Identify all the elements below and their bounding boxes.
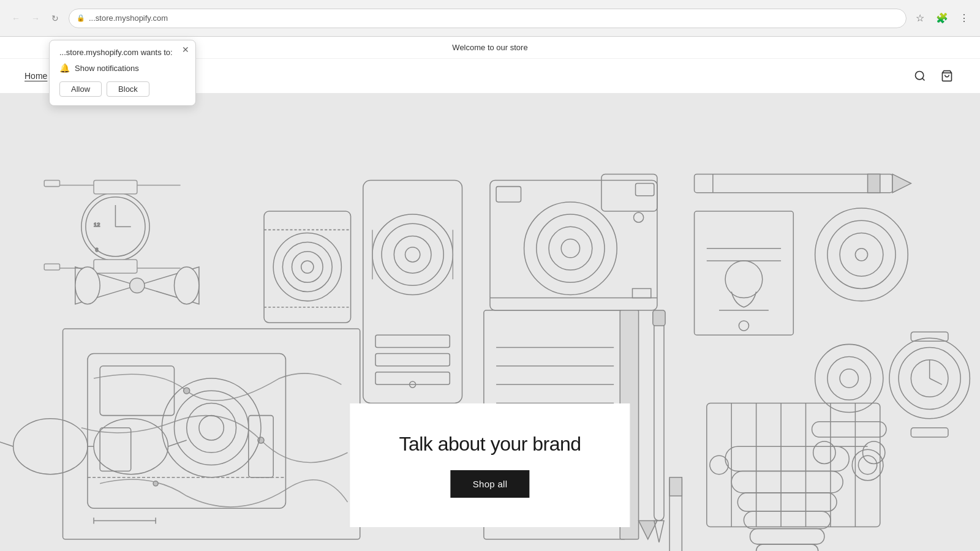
svg-text:12: 12 (94, 222, 100, 228)
browser-actions: ☆ 🧩 ⋮ (911, 10, 973, 27)
svg-point-67 (153, 481, 158, 486)
announcement-text: Welcome to our store (452, 43, 527, 52)
svg-rect-8 (94, 181, 137, 194)
bookmark-button[interactable]: ☆ (911, 10, 929, 27)
nav-buttons: ← → ↻ (7, 10, 64, 27)
reload-button[interactable]: ↻ (47, 10, 64, 27)
cart-button[interactable] (938, 67, 956, 84)
search-button[interactable] (911, 67, 929, 84)
popup-buttons: Allow Block (59, 81, 186, 97)
shop-all-button[interactable]: Shop all (451, 470, 530, 498)
notification-popup: ✕ ...store.myshopify.com wants to: 🔔 Sho… (49, 40, 196, 106)
svg-rect-91 (653, 310, 665, 326)
lock-icon: 🔒 (77, 14, 85, 22)
svg-rect-49 (868, 174, 880, 192)
website-content: Welcome to our store Home Products Conta… (0, 37, 980, 551)
block-button[interactable]: Block (107, 81, 149, 97)
address-bar[interactable]: 🔒 ...store.myshopify.com (69, 9, 907, 28)
svg-rect-14 (44, 181, 59, 187)
svg-point-0 (916, 72, 924, 80)
svg-point-52 (75, 267, 100, 304)
extensions-button[interactable]: 🧩 (933, 10, 951, 27)
svg-point-65 (184, 388, 190, 394)
menu-button[interactable]: ⋮ (956, 10, 973, 27)
browser-chrome: ← → ↻ 🔒 ...store.myshopify.com ☆ 🧩 ⋮ (0, 0, 980, 37)
popup-title: ...store.myshopify.com wants to: (59, 48, 186, 57)
svg-rect-111 (669, 478, 682, 496)
popup-close-button[interactable]: ✕ (182, 45, 189, 54)
back-button[interactable]: ← (7, 10, 24, 27)
svg-rect-9 (94, 260, 137, 273)
bell-icon: 🔔 (59, 63, 70, 73)
forward-button[interactable]: → (27, 10, 44, 27)
allow-button[interactable]: Allow (59, 81, 102, 97)
cart-icon (941, 70, 953, 82)
svg-text:6: 6 (96, 247, 99, 253)
svg-line-1 (922, 78, 925, 81)
hero-section: 12 6 (0, 94, 980, 551)
nav-home[interactable]: Home (24, 71, 47, 81)
svg-rect-15 (44, 264, 59, 270)
svg-point-51 (130, 278, 145, 293)
hero-title: Talk about your brand (399, 433, 581, 455)
address-text: ...store.myshopify.com (89, 13, 168, 23)
hero-card: Talk about your brand Shop all (350, 403, 630, 527)
nav-icons (911, 67, 956, 84)
search-icon (914, 70, 926, 82)
permission-text: Show notifications (75, 64, 139, 73)
svg-point-53 (174, 267, 198, 304)
popup-permission-row: 🔔 Show notifications (59, 63, 186, 73)
